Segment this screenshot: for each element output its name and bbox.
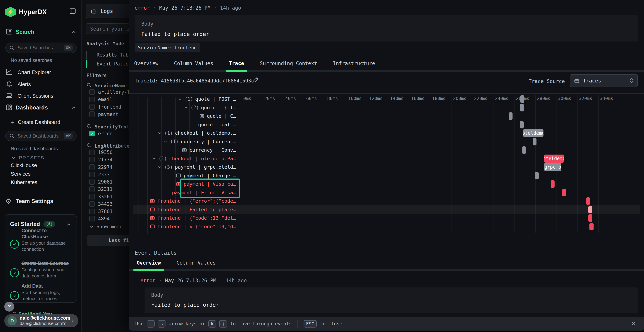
no-saved-dashboards-text: No saved dashboards: [11, 146, 58, 152]
search-icon[interactable]: [86, 82, 92, 88]
tab-infrastructure[interactable]: Infrastructure: [330, 57, 378, 72]
esc-key[interactable]: ESC: [304, 320, 317, 328]
span-row[interactable]: frontend | {"code":13,"det…: [133, 214, 238, 222]
span-row[interactable]: frontend | × {"code":13,"d…: [133, 222, 238, 231]
log-event-icon: [150, 206, 155, 212]
checkbox-checked[interactable]: [89, 131, 95, 136]
span-row[interactable]: (1)currency | Currenc…: [133, 138, 238, 146]
span-duration-bar[interactable]: grpc.o: [544, 163, 561, 171]
event-relative-time: 14h ago: [226, 278, 247, 284]
span-duration-bar[interactable]: [562, 189, 566, 196]
help-button[interactable]: ?: [4, 302, 14, 312]
collapse-span-icon[interactable]: [157, 164, 162, 170]
search-icon[interactable]: [86, 124, 92, 130]
checkbox-unchecked[interactable]: [89, 216, 95, 222]
filter-value-label: 4894: [98, 216, 110, 222]
span-row[interactable]: frontend | Failed to place…: [133, 205, 238, 214]
avatar: D: [8, 316, 17, 326]
span-duration-bar[interactable]: [520, 104, 524, 112]
saved-dashboards-input[interactable]: Saved Dashboards ⌘K: [5, 131, 76, 141]
collapse-span-icon[interactable]: [157, 130, 162, 136]
checkbox-unchecked[interactable]: [89, 104, 95, 110]
span-duration-bar[interactable]: [588, 206, 592, 214]
span-duration-bar[interactable]: oteldemo: [544, 154, 564, 162]
checkbox-unchecked[interactable]: [89, 150, 95, 155]
j-key[interactable]: j: [219, 320, 227, 328]
preset-item-services[interactable]: Services: [11, 171, 30, 177]
sidebar-item-alerts[interactable]: Alerts: [5, 80, 77, 89]
child-span-count: (1): [158, 156, 167, 161]
presets-toggle[interactable]: PRESETS: [11, 154, 44, 161]
span-duration-bar[interactable]: [520, 95, 524, 103]
sidebar-item-client-sessions[interactable]: Client Sessions: [5, 91, 77, 100]
collapse-span-icon[interactable]: [163, 139, 168, 144]
span-duration-bar[interactable]: [509, 112, 512, 120]
span-duration-bar[interactable]: [522, 146, 526, 154]
checkbox-unchecked[interactable]: [89, 179, 95, 184]
bell-icon: [5, 80, 13, 88]
filter-group-name: ServiceName: [95, 83, 127, 88]
span-row[interactable]: quote | calc…: [133, 120, 238, 129]
get-started-item[interactable]: Add DataStart sending logs, metrics, or …: [22, 283, 73, 302]
tab-column-values[interactable]: Column Values: [171, 57, 216, 72]
k-key[interactable]: k: [208, 320, 216, 328]
checkbox-unchecked[interactable]: [89, 186, 95, 192]
laptop-icon: [5, 92, 13, 100]
span-duration-bar[interactable]: [550, 180, 554, 188]
search-icon[interactable]: [86, 143, 92, 149]
span-duration-bar[interactable]: [590, 223, 593, 230]
create-dashboard-button[interactable]: + Create Dashboard: [10, 118, 60, 126]
checkbox-unchecked[interactable]: [89, 194, 95, 200]
get-started-item-description: Set up your database connection: [22, 240, 73, 252]
span-duration-bar[interactable]: [533, 138, 536, 146]
span-label: currency | Conv…: [190, 147, 236, 153]
chevron-up-icon[interactable]: [66, 222, 72, 228]
saved-searches-input[interactable]: Saved Searches ⌘K: [5, 42, 76, 53]
show-more-button[interactable]: Show more: [89, 224, 122, 229]
sidebar-item-search[interactable]: Search: [0, 27, 82, 37]
analysis-mode-results-table[interactable]: Results Table: [96, 52, 134, 58]
span-duration-bar[interactable]: [535, 172, 539, 180]
span-row[interactable]: quote | C…: [133, 112, 238, 120]
collapse-span-icon[interactable]: [183, 105, 188, 110]
collapse-span-icon[interactable]: [178, 96, 182, 102]
get-started-item[interactable]: Create Data SourcesConfigure where your …: [22, 260, 73, 279]
span-duration-bar[interactable]: [588, 214, 592, 222]
sidebar-item-chart-explorer[interactable]: Chart Explorer: [5, 68, 77, 77]
checkbox-unchecked[interactable]: [89, 89, 95, 95]
span-row[interactable]: (2)quote | {cl…: [133, 104, 238, 112]
checkbox-unchecked[interactable]: [89, 96, 95, 102]
span-row[interactable]: (1)quote | POST …: [133, 95, 238, 104]
checkbox-unchecked[interactable]: [89, 208, 95, 214]
span-duration-bar[interactable]: [520, 121, 524, 128]
close-icon[interactable]: ✕: [631, 320, 636, 327]
event-details-tab-overview[interactable]: Overview: [134, 256, 164, 271]
collapse-sidebar-button[interactable]: [69, 8, 76, 16]
sidebar-item-team-settings[interactable]: ⚙ Team Settings: [5, 196, 53, 206]
checkbox-unchecked[interactable]: [89, 164, 95, 170]
arrow-right-key[interactable]: →: [158, 320, 166, 328]
tab-surrounding-context[interactable]: Surrounding Context: [256, 57, 320, 72]
span-duration-bar[interactable]: oteldemo: [523, 129, 544, 137]
preset-item-clickhouse[interactable]: ClickHouse: [11, 162, 37, 168]
tab-overview[interactable]: Overview: [131, 57, 162, 72]
checkbox-unchecked[interactable]: [89, 201, 95, 207]
get-started-item[interactable]: Connect to ClickHouseSet up your databas…: [22, 228, 73, 252]
sidebar-item-dashboards[interactable]: Dashboards: [0, 103, 82, 113]
event-details-tab-column-values[interactable]: Column Values: [173, 256, 219, 271]
collapse-span-icon[interactable]: [151, 156, 156, 161]
span-row[interactable]: currency | Conv…: [133, 146, 238, 154]
span-row[interactable]: frontend | {"error":{"code…: [133, 197, 238, 205]
span-duration-bar[interactable]: [586, 197, 590, 205]
span-row[interactable]: (1)checkout | oteldemo.…: [133, 129, 238, 138]
span-row[interactable]: (3)payment | grpc.oteld…: [133, 163, 238, 171]
get-started-item-title: Connect to ClickHouse: [22, 228, 73, 240]
span-row[interactable]: (1)checkout | oteldemo.Pa…: [133, 154, 238, 163]
arrow-left-key[interactable]: ←: [147, 320, 154, 328]
user-menu[interactable]: D dale@clickhouse.com dale@clickhouse.co…: [4, 314, 78, 327]
checkbox-unchecked[interactable]: [89, 172, 95, 177]
checkbox-unchecked[interactable]: [89, 112, 95, 117]
tab-trace[interactable]: Trace: [226, 57, 247, 72]
preset-item-kubernetes[interactable]: Kubernetes: [11, 180, 37, 185]
checkbox-unchecked[interactable]: [89, 157, 95, 162]
